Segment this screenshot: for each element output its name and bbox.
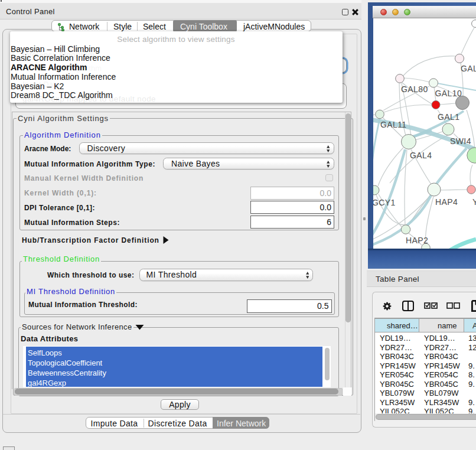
svg-text:GAL10: GAL10: [435, 89, 462, 98]
svg-text:HAP2: HAP2: [406, 236, 428, 245]
svg-text:GAL4: GAL4: [410, 151, 432, 160]
svg-text:GCY1: GCY1: [373, 198, 396, 207]
svg-text:Y: Y: [472, 197, 476, 207]
svg-text:SWI4: SWI4: [450, 136, 471, 146]
svg-text:GAL1: GAL1: [438, 112, 459, 122]
svg-text:HAP4: HAP4: [435, 197, 458, 207]
svg-text:GAL: GAL: [461, 64, 476, 73]
svg-text:GAL80: GAL80: [401, 84, 428, 94]
svg-text:GAL11: GAL11: [380, 120, 407, 129]
